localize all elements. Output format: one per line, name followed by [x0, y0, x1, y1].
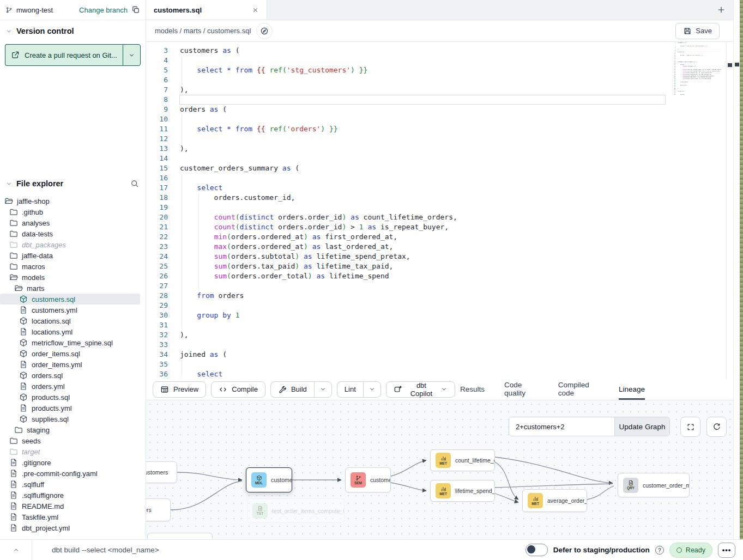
code-line-34[interactable]: 34joined as (	[146, 350, 727, 360]
lineage-node-lifetime_spend_pretax[interactable]: METlifetime_spend_pretax	[430, 480, 495, 502]
code-line-32[interactable]: 32),	[146, 330, 727, 340]
tab-results[interactable]: Results	[460, 379, 485, 400]
code-line-23[interactable]: 23 max(orders.ordered_at) as last_ordere…	[146, 242, 727, 252]
tree-item-supplies.sql[interactable]: supplies.sql	[0, 413, 140, 424]
tree-item-products.sql[interactable]: products.sql	[0, 392, 140, 403]
code-line-25[interactable]: 25 sum(orders.tax_paid) as lifetime_tax_…	[146, 261, 727, 271]
tree-item-.sqlfluffignore[interactable]: .sqlfluffignore	[0, 490, 140, 501]
lineage-node-stg_customers[interactable]: stg_customers	[146, 461, 177, 483]
tree-item-target[interactable]: target	[0, 446, 140, 457]
lint-dropdown-button[interactable]	[363, 381, 381, 398]
code-line-31[interactable]: 31	[146, 320, 727, 330]
tree-item-data-tests[interactable]: data-tests	[0, 228, 140, 239]
tree-item-seeds[interactable]: seeds	[0, 435, 140, 446]
minimap[interactable]: 3customers as (45 select * from {{ ref('…	[672, 42, 721, 115]
code-line-13[interactable]: 13),	[146, 144, 727, 154]
pr-dropdown-button[interactable]	[123, 44, 141, 66]
tree-item-order_items.yml[interactable]: order_items.yml	[0, 359, 140, 370]
lint-button[interactable]: Lint	[337, 381, 363, 398]
tree-item-metricflow_time_spine.sql[interactable]: metricflow_time_spine.sql	[0, 337, 140, 348]
collapse-panel-button[interactable]	[0, 546, 32, 553]
lineage-node-customer_order_metrics[interactable]: QRYcustomer_order_metrics	[618, 473, 690, 497]
window-scrollbar-thumb[interactable]	[735, 63, 739, 66]
lineage-node-average_order_value[interactable]: METaverage_order_value	[522, 489, 587, 512]
fullscreen-button[interactable]	[680, 417, 700, 437]
lineage-panel[interactable]: stg_customersordersMDLcustomersTSTtest_o…	[146, 400, 733, 539]
code-line-5[interactable]: 5 select * from {{ ref('stg_customers') …	[146, 65, 727, 75]
code-line-28[interactable]: 28 from orders	[146, 291, 727, 301]
build-button[interactable]: Build	[270, 381, 314, 398]
new-tab-button[interactable]	[711, 0, 731, 20]
command-input[interactable]: dbt build --select <model_name>	[32, 540, 525, 560]
tree-item-.sqlfluff[interactable]: .sqlfluff	[0, 479, 140, 490]
code-line-19[interactable]: 19	[146, 203, 727, 212]
lineage-selector-input[interactable]	[509, 417, 614, 436]
window-scrollbar[interactable]	[733, 0, 740, 539]
code-line-9[interactable]: 9orders as (	[146, 105, 727, 114]
code-line-33[interactable]: 33	[146, 340, 727, 350]
code-line-14[interactable]: 14	[146, 154, 727, 163]
tree-item-customers.yml[interactable]: customers.yml	[0, 305, 140, 315]
tree-item-locations.sql[interactable]: locations.sql	[0, 315, 140, 326]
lineage-node-customers-semantic[interactable]: SEMcustomers	[345, 467, 391, 492]
tree-item-.github[interactable]: .github	[0, 206, 140, 217]
code-line-30[interactable]: 30 group by 1	[146, 311, 727, 320]
tree-item-Taskfile.yml[interactable]: Taskfile.yml	[0, 512, 140, 522]
code-line-7[interactable]: 7),	[146, 85, 727, 95]
tree-item-staging[interactable]: staging	[0, 424, 140, 435]
code-line-26[interactable]: 26 sum(orders.order_total) as lifetime_s…	[146, 271, 727, 281]
tree-item-dbt_packages[interactable]: dbt_packages	[0, 239, 140, 250]
lineage-node-test_order_items_compute_to_bools[interactable]: TSTtest_order_items_compute_to_bools...	[247, 498, 345, 523]
more-options-button[interactable]: •••	[718, 543, 735, 558]
code-line-15[interactable]: 15customer_orders_summary as (	[146, 163, 727, 173]
code-line-20[interactable]: 20 count(distinct orders.order_id) as co…	[146, 212, 727, 222]
tree-item-products.yml[interactable]: products.yml	[0, 403, 140, 413]
code-line-17[interactable]: 17 select	[146, 183, 727, 193]
version-control-header[interactable]: Version control	[0, 20, 146, 39]
help-icon[interactable]: ?	[655, 546, 664, 555]
code-line-6[interactable]: 6	[146, 75, 727, 85]
copy-icon[interactable]	[131, 5, 140, 14]
lineage-node-customers-model[interactable]: MDLcustomers	[246, 467, 292, 492]
tree-item-.gitignore[interactable]: .gitignore	[0, 457, 140, 468]
search-icon[interactable]	[130, 179, 139, 188]
code-line-36[interactable]: 36 select	[146, 369, 727, 379]
code-line-29[interactable]: 29	[146, 301, 727, 311]
code-line-16[interactable]: 16	[146, 173, 727, 183]
code-line-22[interactable]: 22 min(orders.ordered_at) as first_order…	[146, 232, 727, 242]
tree-item-models[interactable]: models	[0, 272, 140, 283]
editor-scrollbar[interactable]	[726, 42, 733, 379]
preview-button[interactable]: Preview	[153, 381, 206, 398]
tree-item-marts[interactable]: marts	[0, 283, 140, 294]
tree-item-locations.yml[interactable]: locations.yml	[0, 326, 140, 337]
scrollbar-thumb[interactable]	[728, 63, 732, 67]
code-line-27[interactable]: 27	[146, 281, 727, 291]
dbt-copilot-button[interactable]: dbt Copilot	[386, 381, 455, 398]
code-line-35[interactable]: 35	[146, 360, 727, 369]
tree-item-jaffle-data[interactable]: jaffle-data	[0, 250, 140, 261]
update-graph-button[interactable]: Update Graph	[614, 417, 669, 436]
code-line-12[interactable]: 12	[146, 134, 727, 144]
lineage-node-count_lifetime_orders[interactable]: METcount_lifetime_orders	[430, 449, 495, 471]
tree-item-README.md[interactable]: README.md	[0, 501, 140, 512]
code-line-3[interactable]: 3customers as (	[146, 46, 727, 56]
tab-lineage[interactable]: Lineage	[619, 379, 645, 400]
build-dropdown-button[interactable]	[314, 381, 332, 398]
tree-item-order_items.sql[interactable]: order_items.sql	[0, 348, 140, 359]
code-line-4[interactable]: 4	[146, 56, 727, 65]
tab-compiled-code[interactable]: Compiled code	[558, 379, 599, 400]
tree-item-dbt_project.yml[interactable]: dbt_project.yml	[0, 522, 140, 533]
close-icon[interactable]	[252, 7, 259, 14]
change-branch-link[interactable]: Change branch	[79, 6, 128, 14]
code-editor[interactable]: 3customers as (45 select * from {{ ref('…	[146, 42, 733, 379]
create-pull-request-button[interactable]: Create a pull request on Git...	[5, 44, 123, 66]
lineage-node-orders[interactable]: orders	[146, 498, 171, 521]
code-line-18[interactable]: 18 orders.customer_id,	[146, 193, 727, 203]
tree-item-macros[interactable]: macros	[0, 261, 140, 272]
tab-code-quality[interactable]: Code quality	[504, 379, 539, 400]
file-explorer-header[interactable]: File explorer	[0, 173, 146, 191]
code-line-8[interactable]: 8	[146, 95, 727, 105]
tree-item-orders.yml[interactable]: orders.yml	[0, 381, 140, 392]
tab-customers-sql[interactable]: customers.sql	[146, 0, 267, 20]
compile-button[interactable]: Compile	[211, 381, 265, 398]
